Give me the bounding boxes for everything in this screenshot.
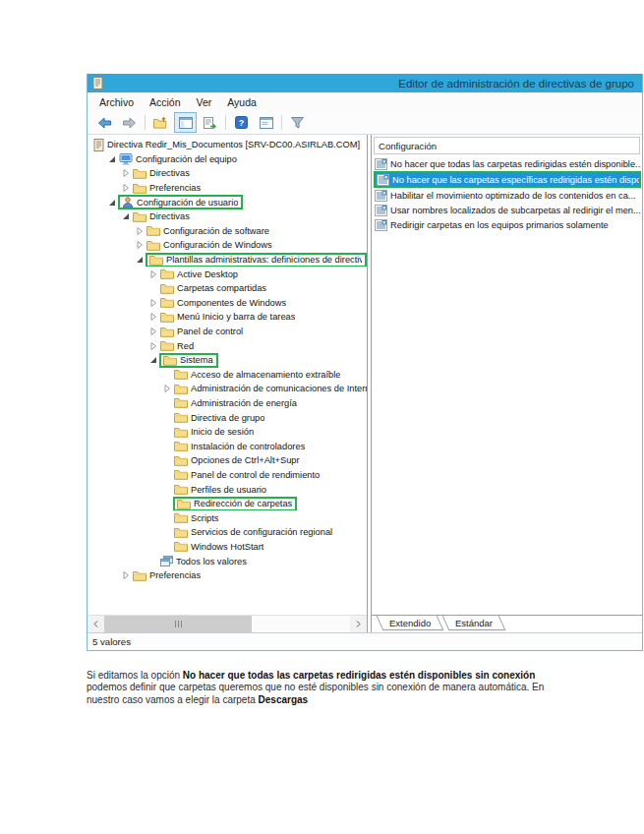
tree-item[interactable]: Servicios de configuración regional [89, 525, 367, 540]
filter-button[interactable] [286, 112, 309, 133]
back-button[interactable] [93, 112, 116, 133]
tree-item[interactable]: Windows HotStart [89, 540, 367, 555]
setting-row[interactable]: Redirigir carpetas en los equipos primar… [374, 217, 641, 232]
tree-item[interactable]: Todos los valores [89, 554, 367, 568]
tree-item[interactable]: Configuración de software [89, 224, 367, 239]
tree-item[interactable]: Directiva Redir_Mis_Documentos [SRV-DC00… [89, 138, 367, 152]
expand-icon[interactable] [120, 183, 132, 193]
setting-row-selected[interactable]: No hacer que las carpetas específicas re… [374, 171, 641, 188]
tree-item[interactable]: Configuración de Windows [89, 238, 367, 253]
expand-icon[interactable] [120, 570, 132, 580]
tree-item[interactable]: Panel de control [89, 325, 367, 339]
tree-item[interactable]: Perfiles de usuario [89, 482, 367, 497]
expand-icon[interactable] [147, 312, 159, 322]
caption-bold-text: Descargas [259, 694, 309, 705]
forward-button[interactable] [118, 112, 141, 133]
help-button[interactable]: ? [230, 112, 253, 133]
scroll-right-button[interactable] [350, 616, 367, 632]
tree-item[interactable]: Preferencias [89, 181, 367, 196]
setting-row[interactable]: Usar nombres localizados de subcarpetas … [374, 203, 641, 217]
menu-archivo[interactable]: Archivo [91, 96, 142, 108]
setting-row[interactable]: Habilitar el movimiento optimizado de lo… [374, 188, 641, 203]
tree-item[interactable]: Carpetas compartidas [89, 281, 367, 296]
tree-item[interactable]: Plantillas administrativas: definiciones… [89, 253, 367, 268]
tree-item-label: Configuración de usuario [137, 198, 238, 208]
scrollbar-thumb[interactable] [104, 616, 252, 632]
tab-bar: ExtendidoEstándar [372, 615, 642, 632]
expand-icon[interactable] [134, 240, 146, 250]
tree-item-label: Panel de control [177, 327, 243, 336]
back-icon [97, 117, 112, 129]
tree-item[interactable]: Opciones de Ctrl+Alt+Supr [89, 453, 367, 468]
folder-icon [133, 570, 146, 581]
collapse-icon[interactable] [106, 198, 118, 208]
tree-item[interactable]: Menú Inicio y barra de tareas [89, 310, 367, 325]
console-tree-pane: Directiva Redir_Mis_Documentos [SRV-DC00… [88, 135, 368, 632]
tree-item[interactable]: Scripts [89, 510, 367, 525]
tree-item-label: Redirección de carpetas [194, 499, 292, 508]
tree-item-label: Servicios de configuración regional [191, 527, 332, 537]
menu-ayuda[interactable]: Ayuda [219, 96, 264, 108]
tab-estandar[interactable]: Estándar [442, 616, 506, 630]
tree-item-label: Scripts [191, 513, 218, 523]
folder-icon [133, 211, 146, 222]
help-icon: ? [235, 116, 248, 129]
tree-item[interactable]: Configuración de usuario [89, 195, 367, 209]
scrollbar-track[interactable] [104, 616, 350, 632]
collapse-icon[interactable] [106, 154, 118, 164]
tree-item[interactable]: Directiva de grupo [89, 410, 367, 425]
tree-item[interactable]: Sistema [89, 353, 367, 368]
setting-label: No hacer que las carpetas específicas re… [392, 175, 641, 185]
properties-button[interactable] [255, 112, 277, 133]
setting-label: No hacer que todas las carpetas redirigi… [390, 159, 641, 169]
tree-item[interactable]: Active Desktop [89, 267, 367, 281]
export-list-button[interactable] [199, 112, 221, 133]
expand-icon[interactable] [147, 269, 159, 279]
tree-item[interactable]: Acceso de almacenamiento extraíble [89, 368, 367, 383]
tree-item[interactable]: Administración de energía [89, 396, 367, 411]
tree-item[interactable]: Configuración del equipo [89, 152, 367, 167]
expand-icon[interactable] [147, 327, 159, 336]
tree-item-label: Configuración de Windows [163, 240, 272, 250]
tree-view: Directiva Redir_Mis_Documentos [SRV-DC00… [88, 135, 367, 615]
menu-ver[interactable]: Ver [189, 96, 220, 108]
up-one-level-button[interactable] [149, 112, 172, 133]
collapse-icon[interactable] [147, 355, 159, 365]
tree-item[interactable]: Panel de control de rendimiento [89, 468, 367, 483]
policy-icon [375, 219, 387, 231]
toolbar-separator [225, 115, 226, 130]
tree-item-label: Red [177, 341, 194, 351]
horizontal-scrollbar[interactable] [88, 615, 367, 632]
tree-item-label: Configuración del equipo [136, 154, 237, 164]
tree-item[interactable]: Redirección de carpetas [89, 497, 367, 511]
expand-icon[interactable] [147, 341, 159, 351]
toolbar-separator [281, 115, 282, 130]
tree-item[interactable]: Componentes de Windows [89, 296, 367, 311]
expand-icon[interactable] [161, 384, 173, 393]
folder-icon [149, 255, 163, 266]
tree-item[interactable]: Administración de comunicaciones de Inte… [89, 382, 367, 396]
collapse-icon[interactable] [120, 211, 132, 221]
setting-row[interactable]: No hacer que todas las carpetas redirigi… [374, 156, 641, 171]
toolbar-separator [145, 115, 146, 130]
expand-icon[interactable] [134, 226, 146, 236]
tree-item[interactable]: Directivas [89, 166, 367, 181]
menu-accion[interactable]: Acción [142, 96, 189, 108]
status-bar: 5 valores [88, 632, 642, 650]
tree-item[interactable]: Directivas [89, 209, 367, 224]
title-bar: Editor de administración de directivas d… [88, 74, 642, 92]
tree-item[interactable]: Preferencias [89, 568, 367, 583]
tab-extendido[interactable]: Extendido [377, 616, 444, 630]
expand-icon[interactable] [120, 168, 132, 178]
tree-item-label: Administración de energía [191, 398, 297, 408]
tree-item[interactable]: Inicio de sesión [89, 425, 367, 440]
tree-item[interactable]: Instalación de controladores [89, 439, 367, 453]
tree-item-label: Inicio de sesión [191, 427, 254, 437]
tree-item[interactable]: Red [89, 338, 367, 353]
scroll-left-button[interactable] [88, 616, 104, 632]
expand-icon[interactable] [147, 298, 159, 308]
console-tree-button[interactable] [174, 112, 197, 133]
folder-icon [174, 512, 188, 523]
collapse-icon[interactable] [134, 255, 146, 265]
column-header-configuracion[interactable]: Configuración [374, 137, 640, 154]
